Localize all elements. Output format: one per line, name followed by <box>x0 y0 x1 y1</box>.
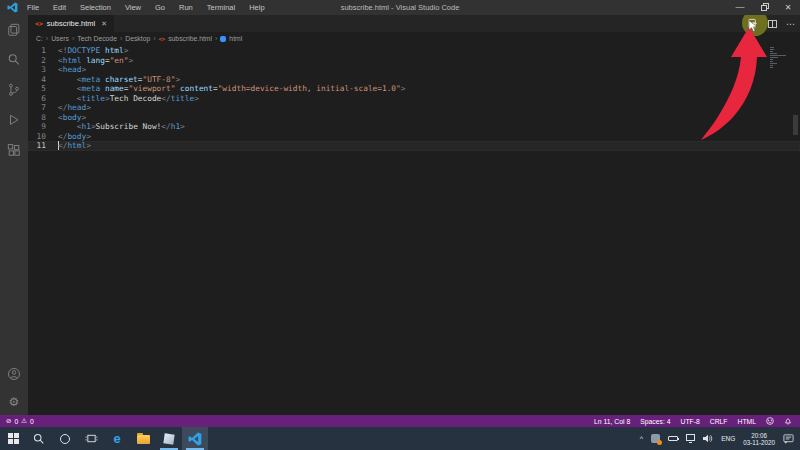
title-bar: FileEditSelectionViewGoRunTerminalHelp s… <box>0 0 800 15</box>
tab-close-icon[interactable]: ✕ <box>101 20 107 28</box>
status-bar: ⊘ 0 ⚠ 0 Ln 11, Col 8 Spaces: 4 UTF-8 CRL… <box>0 415 800 427</box>
edge-button[interactable]: e <box>104 427 130 450</box>
menu-selection[interactable]: Selection <box>73 0 118 15</box>
file-explorer-button[interactable] <box>130 427 156 450</box>
language-indicator[interactable]: ENG <box>721 435 735 442</box>
code-line[interactable]: 4 <meta charset="UTF-8"> <box>28 75 800 85</box>
editor[interactable]: 1<!DOCTYPE html>2<html lang="en">3<head>… <box>28 45 800 415</box>
open-preview-button[interactable] <box>748 18 759 29</box>
breadcrumb-separator: › <box>215 35 217 42</box>
minimize-button[interactable]: — <box>728 0 752 15</box>
activity-bar: ⚙ <box>0 15 28 415</box>
breadcrumb-item[interactable]: subscribe.html <box>168 35 212 42</box>
source-control-icon[interactable] <box>0 75 28 105</box>
taskbar-search-button[interactable] <box>26 427 52 450</box>
cortana-button[interactable] <box>52 427 78 450</box>
code-line[interactable]: 8<body> <box>28 113 800 123</box>
task-view-button[interactable] <box>78 427 104 450</box>
code-lines: 1<!DOCTYPE html>2<html lang="en">3<head>… <box>28 45 800 151</box>
volume-icon[interactable] <box>703 434 713 443</box>
scrollbar[interactable] <box>793 115 798 135</box>
line-number: 7 <box>28 103 46 113</box>
window-controls: — ✕ <box>728 0 800 15</box>
start-button[interactable] <box>0 427 26 450</box>
breadcrumb-separator: › <box>153 35 155 42</box>
html-symbol-icon <box>220 36 226 42</box>
errors-icon[interactable]: ⊘ <box>6 417 11 425</box>
warnings-icon[interactable]: ⚠ <box>21 417 27 425</box>
settings-gear-icon[interactable]: ⚙ <box>0 389 28 415</box>
breadcrumb-item[interactable]: Users <box>51 35 69 42</box>
clock-date: 03-11-2020 <box>743 439 775 446</box>
tray-expand-icon[interactable]: ^ <box>640 435 643 442</box>
vscode-logo-icon <box>4 0 20 15</box>
code-line[interactable]: 10</body> <box>28 132 800 142</box>
encoding[interactable]: UTF-8 <box>680 418 699 425</box>
clock-time: 20:06 <box>743 432 775 439</box>
photos-app-icon <box>163 433 174 444</box>
line-number: 2 <box>28 56 46 66</box>
clock[interactable]: 20:06 03-11-2020 <box>743 432 775 446</box>
editor-actions: ⋯ <box>748 15 796 32</box>
run-debug-icon[interactable] <box>0 105 28 135</box>
line-number: 6 <box>28 94 46 104</box>
tab-bar: <> subscribe.html ✕ ⋯ <box>28 15 800 32</box>
code-line[interactable]: 11</html> <box>28 141 800 151</box>
split-editor-button[interactable] <box>768 20 777 28</box>
explorer-icon[interactable] <box>0 15 28 45</box>
vscode-icon <box>188 432 202 446</box>
photos-app-button[interactable] <box>156 427 182 450</box>
cursor-position[interactable]: Ln 11, Col 8 <box>594 418 630 425</box>
breadcrumb-separator: › <box>72 35 74 42</box>
menu-view[interactable]: View <box>118 0 148 15</box>
code-line[interactable]: 1<!DOCTYPE html> <box>28 46 800 56</box>
menu-terminal[interactable]: Terminal <box>200 0 242 15</box>
extensions-icon[interactable] <box>0 135 28 165</box>
line-number: 9 <box>28 122 46 132</box>
menu-edit[interactable]: Edit <box>46 0 73 15</box>
close-button[interactable]: ✕ <box>776 0 800 15</box>
line-number: 8 <box>28 113 46 123</box>
breadcrumb-item[interactable]: html <box>229 35 242 42</box>
warnings-count[interactable]: 0 <box>30 418 34 425</box>
notifications-bell-icon[interactable] <box>784 417 792 425</box>
feedback-icon[interactable] <box>766 417 774 425</box>
breadcrumb-item[interactable]: C: <box>36 35 43 42</box>
edge-icon: e <box>113 432 120 445</box>
menu-go[interactable]: Go <box>148 0 172 15</box>
breadcrumb-separator: › <box>120 35 122 42</box>
restore-icon <box>761 5 767 11</box>
code-line[interactable]: 2<html lang="en"> <box>28 56 800 66</box>
menu-help[interactable]: Help <box>242 0 271 15</box>
line-number: 4 <box>28 75 46 85</box>
breadcrumb-item[interactable]: Tech Decode <box>77 35 117 42</box>
restore-button[interactable] <box>752 0 776 15</box>
tab-subscribe-html[interactable]: <> subscribe.html ✕ <box>28 15 115 32</box>
taskbar: e ^ ENG 20:06 03-11-2020 <box>0 427 800 450</box>
account-icon[interactable] <box>0 359 28 389</box>
search-icon[interactable] <box>0 45 28 75</box>
code-line[interactable]: 3<head> <box>28 65 800 75</box>
code-line[interactable]: 5 <meta name="viewport" content="width=d… <box>28 84 800 94</box>
battery-icon[interactable] <box>668 436 678 441</box>
indentation[interactable]: Spaces: 4 <box>640 418 670 425</box>
vscode-taskbar-button[interactable] <box>182 427 208 450</box>
action-center-button[interactable] <box>783 433 794 444</box>
language-mode[interactable]: HTML <box>737 418 756 425</box>
code-line[interactable]: 6 <title>Tech Decode</title> <box>28 94 800 104</box>
eol-sequence[interactable]: CRLF <box>710 418 728 425</box>
menu-bar: FileEditSelectionViewGoRunTerminalHelp <box>20 0 272 15</box>
code-line[interactable]: 9 <h1>Subscribe Now!</h1> <box>28 122 800 132</box>
line-number: 10 <box>28 132 46 142</box>
code-line[interactable]: 7</head> <box>28 103 800 113</box>
menu-file[interactable]: File <box>20 0 46 15</box>
tray-app-icon[interactable] <box>651 434 660 443</box>
menu-run[interactable]: Run <box>172 0 200 15</box>
minimap <box>770 47 786 68</box>
breadcrumb-item[interactable]: Desktop <box>125 35 150 42</box>
breadcrumb: C:›Users›Tech Decode›Desktop›<>subscribe… <box>28 32 800 45</box>
display-icon[interactable] <box>686 434 695 441</box>
errors-count[interactable]: 0 <box>14 418 18 425</box>
more-actions-button[interactable]: ⋯ <box>786 19 796 29</box>
system-tray: ^ ENG 20:06 03-11-2020 <box>640 427 800 450</box>
